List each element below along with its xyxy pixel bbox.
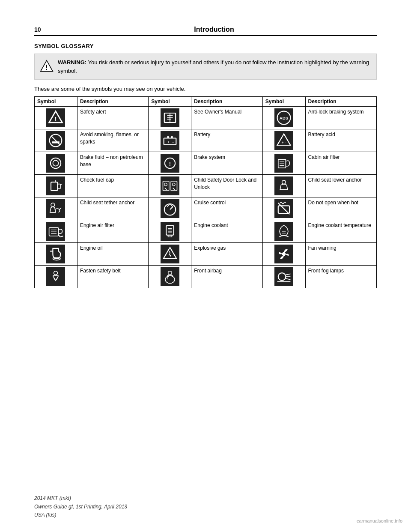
svg-rect-43: [161, 176, 179, 195]
symbol-cell-6-3: [262, 243, 305, 266]
warning-body: You risk death or serious injury to your…: [58, 59, 369, 74]
desc-cell-6-1: Engine oil: [77, 243, 148, 266]
symbol-cell-2-2: !: [149, 152, 191, 175]
desc-cell-2-2: Brake system: [191, 152, 262, 175]
symbol-cell-3-1: [35, 175, 77, 197]
svg-text:+: +: [282, 140, 284, 145]
symbol-cell-1-3: + -: [262, 129, 305, 152]
svg-rect-34: [274, 154, 293, 173]
col-header-symbol2: Symbol: [149, 97, 191, 107]
desc-cell-1-1: Avoid smoking, flames, or sparks: [77, 129, 148, 152]
desc-cell-2-3: Cabin air filter: [305, 152, 376, 175]
desc-cell-3-3: Child seat lower anchor: [305, 175, 376, 197]
desc-cell-4-2: Cruise control: [191, 197, 262, 220]
symbol-cell-2-3: [262, 152, 305, 175]
col-header-desc3: Description: [305, 97, 376, 107]
symbol-cell-5-3: [262, 220, 305, 243]
svg-text:!: !: [169, 161, 171, 167]
section-title: SYMBOL GLOSSARY: [34, 43, 377, 49]
svg-rect-50: [274, 176, 293, 195]
svg-rect-85: [46, 267, 65, 286]
desc-cell-2-1: Brake fluid – non petroleum base: [77, 152, 148, 175]
table-header-row: Symbol Description Symbol Description Sy…: [35, 97, 377, 107]
table-row: Engine air filter Engine coolant Engine …: [35, 220, 377, 243]
table-row: Check fuel cap Child Safety Door Lock an…: [35, 175, 377, 197]
col-header-symbol1: Symbol: [35, 97, 77, 107]
symbol-cell-5-2: [149, 220, 191, 243]
desc-cell-0-3: Anti-lock braking system: [305, 107, 376, 129]
symbol-cell-6-2: [149, 243, 191, 266]
footer: 2014 MKT (mkt) Owners Guide gf, 1st Prin…: [34, 494, 127, 519]
symbol-cell-3-2: [149, 175, 191, 197]
symbol-cell-7-2: [149, 266, 191, 288]
footer-line1: 2014 MKT (mkt): [34, 494, 127, 502]
symbol-cell-1-2: + -: [149, 129, 191, 152]
warning-box: ! WARNING: You risk death or serious inj…: [34, 54, 377, 80]
desc-cell-4-1: Child seat tether anchor: [77, 197, 148, 220]
symbol-table: Symbol Description Symbol Description Sy…: [34, 96, 377, 288]
intro-text: These are some of the symbols you may se…: [34, 86, 377, 92]
warning-icon: !: [40, 59, 54, 73]
page-number: 10: [34, 26, 51, 33]
col-header-symbol3: Symbol: [262, 97, 305, 107]
desc-cell-1-2: Battery: [191, 129, 262, 152]
symbol-cell-2-1: [35, 152, 77, 175]
table-row: Engine oil Explosive gas Fan warning: [35, 243, 377, 266]
symbol-cell-5-1: [35, 220, 77, 243]
watermark: carmanualsonline.info: [357, 518, 402, 523]
symbol-cell-4-3: [262, 197, 305, 220]
symbol-cell-3-3: [262, 175, 305, 197]
footer-line2: Owners Guide gf, 1st Printing, April 201…: [34, 503, 127, 511]
desc-cell-0-1: Safety alert: [77, 107, 148, 129]
desc-cell-6-2: Explosive gas: [191, 243, 262, 266]
desc-cell-5-3: Engine coolant temperature: [305, 220, 376, 243]
desc-cell-7-1: Fasten safety belt: [77, 266, 148, 288]
desc-cell-7-3: Front fog lamps: [305, 266, 376, 288]
svg-text:-: -: [285, 140, 286, 145]
symbol-cell-1-1: [35, 129, 77, 152]
svg-text:+: +: [167, 140, 170, 144]
svg-rect-78: [46, 245, 65, 263]
warning-label: WARNING:: [58, 59, 86, 66]
table-row: ! Safety alert See Owner's Manual ABS An…: [35, 107, 377, 129]
warning-text: WARNING: You risk death or serious injur…: [58, 58, 371, 75]
page-title: Introduction: [51, 26, 377, 33]
desc-cell-3-2: Child Safety Door Lock and Unlock: [191, 175, 262, 197]
symbol-cell-0-2: [149, 107, 191, 129]
table-row: Fasten safety belt Front airbag Front fo…: [35, 266, 377, 288]
svg-point-84: [282, 252, 286, 256]
svg-rect-21: [171, 136, 173, 138]
svg-text:ABS: ABS: [280, 116, 289, 120]
table-row: Brake fluid – non petroleum base ! Brake…: [35, 152, 377, 175]
desc-cell-7-2: Front airbag: [191, 266, 262, 288]
col-header-desc2: Description: [191, 97, 262, 107]
svg-rect-39: [46, 176, 65, 195]
page-header: 10 Introduction: [34, 26, 377, 36]
desc-cell-5-1: Engine air filter: [77, 220, 148, 243]
symbol-cell-6-1: [35, 243, 77, 266]
desc-cell-5-2: Engine coolant: [191, 220, 262, 243]
desc-cell-0-2: See Owner's Manual: [191, 107, 262, 129]
svg-rect-91: [274, 267, 293, 286]
table-row: Child seat tether anchor Cruise control …: [35, 197, 377, 220]
symbol-cell-7-3: [262, 266, 305, 288]
desc-cell-6-3: Fan warning: [305, 243, 376, 266]
svg-rect-52: [46, 199, 65, 218]
svg-rect-28: [46, 154, 65, 173]
symbol-cell-0-1: !: [35, 107, 77, 129]
symbol-cell-7-1: [35, 266, 77, 288]
col-header-desc1: Description: [77, 97, 148, 107]
svg-text:-: -: [172, 140, 173, 144]
desc-cell-4-3: Do not open when hot: [305, 197, 376, 220]
page-container: 10 Introduction SYMBOL GLOSSARY ! WARNIN…: [0, 0, 411, 532]
svg-rect-20: [167, 136, 169, 138]
footer-line3: USA (fus): [34, 511, 127, 519]
svg-rect-17: [52, 141, 60, 143]
desc-cell-1-3: Battery acid: [305, 129, 376, 152]
desc-cell-3-1: Check fuel cap: [77, 175, 148, 197]
svg-text:!: !: [55, 115, 57, 123]
symbol-cell-4-2: [149, 197, 191, 220]
symbol-cell-4-1: [35, 197, 77, 220]
svg-text:!: !: [45, 64, 48, 71]
symbol-cell-0-3: ABS: [262, 107, 305, 129]
